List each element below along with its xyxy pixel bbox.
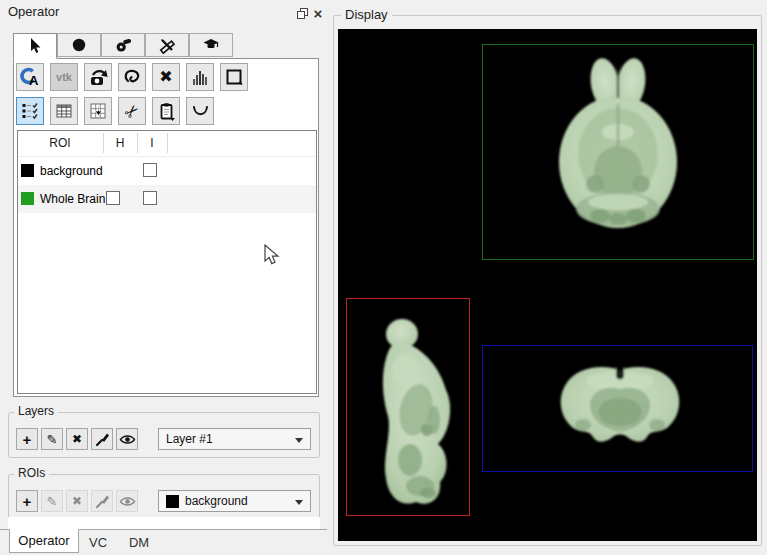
bottom-tab-dm[interactable]: DM bbox=[117, 530, 161, 554]
h-checkbox[interactable] bbox=[106, 191, 120, 205]
delete-icon: ✖ bbox=[72, 433, 82, 445]
pencil-icon: ✎ bbox=[47, 433, 58, 446]
close-dock-button[interactable]: × bbox=[310, 5, 326, 21]
roi-name: Whole Brain bbox=[40, 192, 105, 206]
plus-icon: + bbox=[23, 432, 32, 447]
rois-group-title: ROIs bbox=[14, 466, 49, 480]
edit-layer-button[interactable]: ✎ bbox=[41, 428, 63, 450]
checklist-icon bbox=[20, 101, 40, 121]
dock-title: Operator bbox=[8, 4, 59, 19]
histogram-icon bbox=[190, 67, 210, 87]
lasso-button[interactable] bbox=[118, 63, 146, 91]
pencil-icon: ✎ bbox=[47, 495, 58, 508]
float-window-button[interactable] bbox=[294, 5, 310, 21]
clipboard-icon bbox=[156, 101, 177, 122]
h-column-header[interactable]: H bbox=[103, 133, 137, 153]
application-window: Operator × bbox=[0, 0, 767, 555]
roi-row-whole-brain[interactable]: Whole Brain bbox=[18, 185, 316, 213]
table-icon bbox=[54, 101, 74, 121]
vtk-export-button: vtk bbox=[50, 63, 78, 91]
roi-select-swatch bbox=[166, 495, 179, 508]
atlas-a-icon: A bbox=[19, 66, 41, 88]
snapshot-icon bbox=[88, 67, 109, 88]
layer-select[interactable]: Layer #1 bbox=[158, 428, 311, 450]
roi-select[interactable]: background bbox=[158, 490, 311, 512]
curve-icon bbox=[190, 101, 211, 122]
add-layer-button[interactable]: + bbox=[16, 428, 38, 450]
rectangle-select-icon bbox=[224, 67, 245, 88]
roi-visibility-button bbox=[116, 490, 138, 512]
delete-icon: ✖ bbox=[72, 495, 82, 507]
header-separator bbox=[103, 133, 104, 153]
roi-column-header[interactable]: ROI bbox=[17, 133, 103, 153]
tab-utilities-tool[interactable] bbox=[145, 33, 189, 57]
sphere-icon bbox=[70, 36, 88, 54]
paste-button[interactable] bbox=[152, 97, 180, 125]
tools-icon bbox=[158, 36, 176, 54]
tab-education-tool[interactable] bbox=[189, 33, 233, 57]
close-icon: × bbox=[314, 5, 323, 22]
chevron-down-icon bbox=[295, 500, 303, 505]
tab-pointer-tool[interactable] bbox=[13, 33, 57, 59]
roi-checklist-button[interactable] bbox=[16, 97, 44, 125]
header-separator bbox=[167, 133, 168, 153]
pointer-icon bbox=[26, 37, 44, 55]
bottom-tab-vc[interactable]: VC bbox=[79, 530, 117, 554]
histogram-button[interactable] bbox=[186, 63, 214, 91]
roi-color-swatch bbox=[21, 164, 34, 177]
i-checkbox[interactable] bbox=[143, 191, 157, 205]
axial-brain-image bbox=[548, 52, 688, 232]
add-roi-button[interactable]: + bbox=[16, 490, 38, 512]
whistle-icon bbox=[114, 36, 132, 54]
table-export-icon bbox=[88, 101, 108, 121]
delete-icon: ✖ bbox=[159, 69, 172, 85]
bottom-tab-operator[interactable]: Operator bbox=[9, 529, 79, 553]
coronal-brain-image bbox=[545, 357, 695, 457]
eye-icon bbox=[119, 493, 136, 510]
delete-roi-button[interactable]: ✖ bbox=[152, 63, 180, 91]
bottom-tab-label: Operator bbox=[18, 533, 69, 548]
tab-sphere-tool[interactable] bbox=[57, 33, 101, 57]
brush-icon bbox=[94, 431, 110, 447]
vtk-label: vtk bbox=[56, 71, 72, 83]
snapshot-button[interactable] bbox=[84, 63, 112, 91]
header-separator bbox=[137, 133, 138, 153]
atlas-button[interactable]: A bbox=[16, 63, 44, 91]
lasso-icon bbox=[122, 67, 142, 87]
table-view-button[interactable] bbox=[50, 97, 78, 125]
dock-bottom-strip bbox=[8, 517, 320, 529]
chevron-down-icon bbox=[295, 438, 303, 443]
roi-row-background[interactable]: background bbox=[18, 157, 316, 185]
i-checkbox[interactable] bbox=[143, 163, 157, 177]
rectangle-select-button[interactable] bbox=[220, 63, 248, 91]
curve-tool-button[interactable] bbox=[186, 97, 214, 125]
roi-name: background bbox=[40, 164, 103, 178]
bottom-tab-label: VC bbox=[89, 535, 107, 550]
brush-icon bbox=[94, 493, 110, 509]
display-group-title: Display bbox=[341, 7, 392, 22]
layer-visibility-button[interactable] bbox=[116, 428, 138, 450]
tab-whistle-tool[interactable] bbox=[101, 33, 145, 57]
roi-color-swatch bbox=[21, 192, 34, 205]
roi-select-value: background bbox=[185, 494, 248, 508]
mouse-cursor bbox=[262, 244, 280, 266]
eye-icon bbox=[119, 431, 136, 448]
i-column-header[interactable]: I bbox=[137, 133, 167, 153]
edit-roi-button: ✎ bbox=[41, 490, 63, 512]
paint-roi-button bbox=[91, 490, 113, 512]
plus-icon: + bbox=[23, 494, 32, 509]
graduation-cap-icon bbox=[202, 36, 220, 54]
float-icon bbox=[297, 8, 308, 19]
delete-layer-button[interactable]: ✖ bbox=[66, 428, 88, 450]
svg-text:A: A bbox=[29, 73, 39, 88]
bottom-tab-label: DM bbox=[129, 535, 149, 550]
paint-layer-button[interactable] bbox=[91, 428, 113, 450]
layers-group-title: Layers bbox=[14, 404, 58, 418]
sagittal-brain-image bbox=[372, 310, 472, 520]
scissors-icon: ✂ bbox=[121, 100, 143, 122]
delete-roi-small-button: ✖ bbox=[66, 490, 88, 512]
layer-select-value: Layer #1 bbox=[166, 432, 213, 446]
cut-button[interactable]: ✂ bbox=[118, 97, 146, 125]
table-export-button[interactable] bbox=[84, 97, 112, 125]
